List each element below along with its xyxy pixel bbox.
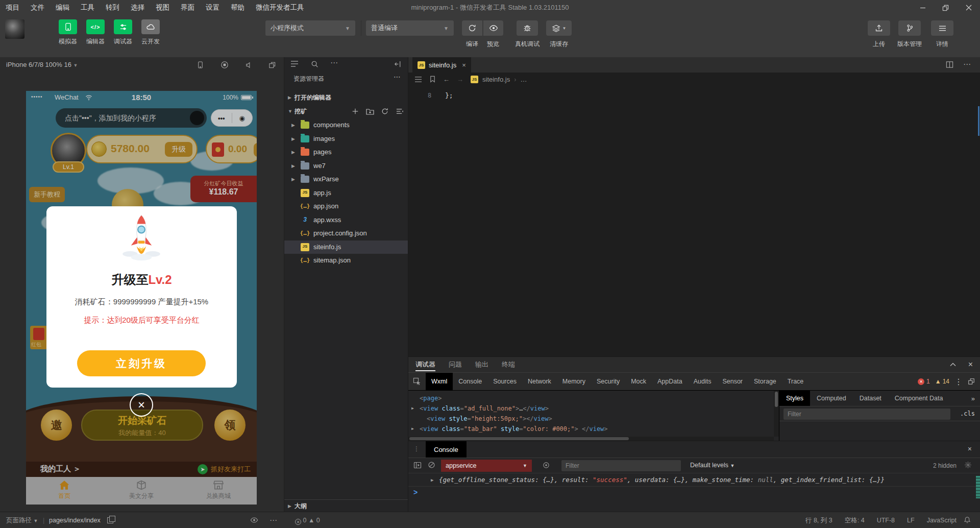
debugger-tab-调试器[interactable]: 调试器 xyxy=(415,357,435,372)
eye-toggle-icon[interactable] xyxy=(542,462,550,469)
expand-node-icon[interactable]: ▶ xyxy=(411,403,414,414)
wxml-node[interactable]: ▶<view class="tab_bar" style="color: #00… xyxy=(408,424,779,434)
file-images[interactable]: ▶images xyxy=(284,132,408,146)
mode-select[interactable]: 小程序模式 ▼ xyxy=(265,20,355,36)
breadcrumb-file[interactable]: siteinfo.js xyxy=(482,76,510,83)
refresh-icon[interactable] xyxy=(381,105,389,118)
wxml-node[interactable]: ▶<view class="ad_full_none">…</view> xyxy=(408,403,779,414)
真机调试-button[interactable] xyxy=(517,20,538,36)
code-editor[interactable]: 8 }; xyxy=(408,86,980,356)
debugger-tab-问题[interactable]: 问题 xyxy=(449,357,462,372)
restore-button[interactable] xyxy=(934,0,957,15)
上传-button[interactable] xyxy=(868,20,890,36)
close-panel-icon[interactable]: × xyxy=(968,360,973,369)
editor-tab-siteinfo[interactable]: JS siteinfo.js × xyxy=(412,57,471,73)
drag-handle-icon[interactable]: ⋮ xyxy=(413,445,419,452)
rotate-device-icon[interactable] xyxy=(195,60,205,69)
editor-more-icon[interactable]: ⋯ xyxy=(963,60,971,69)
nav-back-icon[interactable]: ← xyxy=(443,76,450,83)
devtools-tab-Trace[interactable]: Trace xyxy=(782,373,810,390)
file-app.js[interactable]: JSapp.js xyxy=(284,186,408,200)
more-icon[interactable]: ⋯ xyxy=(330,58,338,67)
模拟器-button[interactable] xyxy=(59,19,77,34)
styles-tab-Component Data[interactable]: Component Data xyxy=(888,391,950,406)
clear-console-icon[interactable] xyxy=(428,461,435,469)
modal-close-button[interactable]: × xyxy=(130,393,153,417)
new-folder-icon[interactable] xyxy=(366,105,374,118)
file-we7[interactable]: ▶we7 xyxy=(284,159,408,173)
menu-item-微信开发者工具[interactable]: 微信开发者工具 xyxy=(250,0,310,15)
devtools-tab-Sensor[interactable]: Sensor xyxy=(717,373,748,390)
devtools-tab-Memory[interactable]: Memory xyxy=(557,373,591,390)
expand-log-icon[interactable]: ▶ xyxy=(431,473,433,487)
menu-item-帮助[interactable]: 帮助 xyxy=(225,0,250,15)
file-sitemap.json[interactable]: {…}sitemap.json xyxy=(284,254,408,268)
problems-indicator[interactable]: ✕ 0 ▲ 0 xyxy=(295,512,320,528)
编译-button[interactable] xyxy=(462,20,482,36)
file-components[interactable]: ▶components xyxy=(284,118,408,132)
collapse-all-icon[interactable] xyxy=(396,105,404,118)
user-avatar[interactable] xyxy=(5,19,24,39)
nav-forward-icon[interactable]: → xyxy=(457,76,463,83)
devtools-tab-Console[interactable]: Console xyxy=(453,373,487,390)
sidebar-toggle-icon[interactable] xyxy=(413,461,422,469)
menu-item-工具[interactable]: 工具 xyxy=(75,0,100,15)
styles-tab-Styles[interactable]: Styles xyxy=(779,391,810,406)
cls-button[interactable]: .cls xyxy=(960,410,975,417)
error-badge-icon[interactable]: ✕ xyxy=(918,378,924,385)
copy-path-icon[interactable] xyxy=(107,517,113,523)
menu-item-视图[interactable]: 视图 xyxy=(150,0,175,15)
close-tab-icon[interactable]: × xyxy=(462,61,466,69)
file-pages[interactable]: ▶pages xyxy=(284,146,408,159)
breadcrumb-more[interactable]: … xyxy=(521,76,527,83)
statusbar-indentation[interactable]: 空格: 4 xyxy=(845,516,865,525)
清缓存-button[interactable]: ▼ xyxy=(546,20,572,36)
bookmark-icon[interactable] xyxy=(429,76,436,83)
search-icon[interactable] xyxy=(311,60,318,68)
console-scrollbar[interactable] xyxy=(976,476,980,498)
mute-icon[interactable] xyxy=(244,60,253,69)
file-project.config.json[interactable]: {…}project.config.json xyxy=(284,227,408,241)
context-select[interactable]: appservice ▼ xyxy=(441,460,532,472)
styles-tab-Computed[interactable]: Computed xyxy=(810,391,853,406)
detach-window-icon[interactable] xyxy=(267,60,277,69)
file-app.json[interactable]: {…}app.json xyxy=(284,200,408,213)
file-app.wxss[interactable]: 3app.wxss xyxy=(284,213,408,227)
wxml-hscrollbar[interactable] xyxy=(408,437,774,441)
statusbar-encoding[interactable]: UTF-8 xyxy=(877,517,895,524)
预览-button[interactable] xyxy=(483,20,503,36)
debugger-tab-输出[interactable]: 输出 xyxy=(475,357,488,372)
devtools-tab-Audits[interactable]: Audits xyxy=(688,373,717,390)
undock-icon[interactable] xyxy=(968,378,975,385)
statusbar-cursor-position[interactable]: 行 8, 列 3 xyxy=(805,516,832,525)
file-siteinfo.js[interactable]: JSsiteinfo.js xyxy=(284,241,408,254)
overflow-icon[interactable]: » xyxy=(971,391,980,406)
inspect-element-icon[interactable] xyxy=(408,373,426,390)
menu-item-项目[interactable]: 项目 xyxy=(0,0,25,15)
eye-icon[interactable] xyxy=(250,517,258,523)
版本管理-button[interactable] xyxy=(898,20,921,36)
wxml-node[interactable]: <page> xyxy=(408,393,779,403)
devtools-tab-Storage[interactable]: Storage xyxy=(748,373,782,390)
log-levels-select[interactable]: Default levels ▼ xyxy=(690,462,734,469)
close-console-icon[interactable]: × xyxy=(968,445,972,453)
styles-tab-Dataset[interactable]: Dataset xyxy=(853,391,888,406)
console-prompt[interactable]: > xyxy=(408,487,980,499)
outline-list-icon[interactable] xyxy=(290,60,299,67)
devtools-menu-icon[interactable]: ⋮ xyxy=(954,377,963,387)
compile-mode-select[interactable]: 普通编译 ▼ xyxy=(366,20,454,36)
statusbar-language-mode[interactable]: JavaScript xyxy=(927,517,957,524)
statusbar-eol[interactable]: LF xyxy=(907,517,915,524)
device-selector[interactable]: iPhone 6/7/8 100% 16 ▼ xyxy=(6,57,78,73)
devtools-tab-Network[interactable]: Network xyxy=(522,373,557,390)
console-tab[interactable]: Console xyxy=(426,441,467,458)
notifications-bell-icon[interactable] xyxy=(964,516,971,524)
outline-icon[interactable] xyxy=(414,76,422,83)
云开发-button[interactable] xyxy=(141,19,160,34)
wxml-vscrollbar[interactable] xyxy=(774,391,779,437)
page-path-select[interactable]: 页面路径 ▼ xyxy=(6,512,38,528)
menu-item-选择[interactable]: 选择 xyxy=(125,0,150,15)
devtools-tab-Sources[interactable]: Sources xyxy=(487,373,522,390)
close-window-button[interactable] xyxy=(957,0,980,15)
minimize-button[interactable] xyxy=(911,0,934,15)
